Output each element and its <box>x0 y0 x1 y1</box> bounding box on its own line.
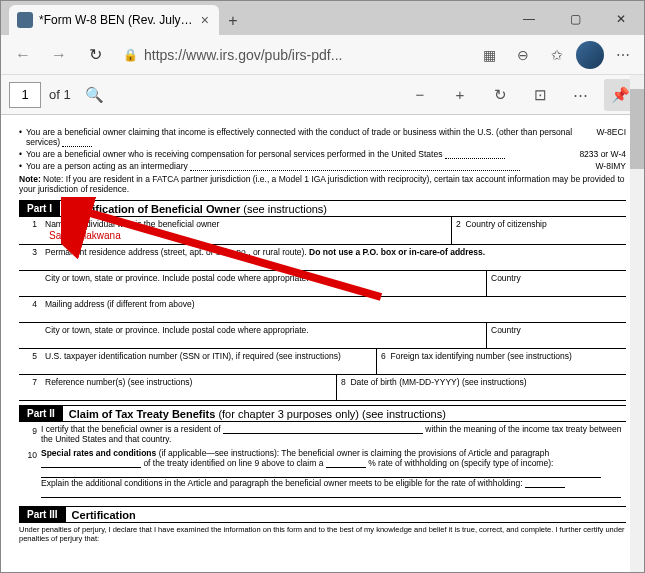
url-field[interactable]: 🔒 https://www.irs.gov/pub/irs-pdf... <box>115 47 470 63</box>
new-tab-button[interactable]: + <box>219 7 247 35</box>
pdf-toolbar: of 1 🔍 − + ↻ ⊡ ⋯ 📌 <box>1 75 644 115</box>
profile-avatar[interactable] <box>576 41 604 69</box>
bullet-row: You are a beneficial owner who is receiv… <box>19 149 626 159</box>
address-bar: ← → ↻ 🔒 https://www.irs.gov/pub/irs-pdf.… <box>1 35 644 75</box>
search-icon[interactable]: 🔍 <box>79 79 111 111</box>
refresh-button[interactable]: ↻ <box>79 39 111 71</box>
part3-header: Part III Certification <box>19 506 626 523</box>
forward-button: → <box>43 39 75 71</box>
favorites-icon[interactable]: ✩ <box>542 40 572 70</box>
tab-title: *Form W-8 BEN (Rev. July 2017) <box>39 13 193 27</box>
line-10: 10 Special rates and conditions (if appl… <box>19 446 626 500</box>
qr-icon[interactable]: ▦ <box>474 40 504 70</box>
zoom-in-button[interactable]: + <box>444 79 476 111</box>
url-text: https://www.irs.gov/pub/irs-pdf... <box>144 47 342 63</box>
part2-header: Part II Claim of Tax Treaty Benefits (fo… <box>19 405 626 422</box>
bullet-row: You are a beneficial owner claiming that… <box>19 127 626 147</box>
field-3: 3 Permanent residence address (street, a… <box>19 245 626 271</box>
field-7-8: 7 Reference number(s) (see instructions)… <box>19 375 626 401</box>
minimize-button[interactable]: — <box>506 3 552 35</box>
page-number-input[interactable] <box>9 82 41 108</box>
zoom-out-button[interactable]: − <box>404 79 436 111</box>
field-3b: City or town, state or province. Include… <box>19 271 626 297</box>
name-value[interactable]: Samir Makwana <box>45 229 447 242</box>
lock-icon: 🔒 <box>123 48 138 62</box>
cert-text: Under penalties of perjury, I declare th… <box>19 525 626 543</box>
pdf-document[interactable]: You are a beneficial owner claiming that… <box>1 115 644 573</box>
zoom-out-icon[interactable]: ⊖ <box>508 40 538 70</box>
line-9: 9 I certify that the beneficial owner is… <box>19 422 626 446</box>
page-count: of 1 <box>49 87 71 102</box>
field-4: 4 Mailing address (if different from abo… <box>19 297 626 323</box>
scrollbar-thumb[interactable] <box>630 89 644 169</box>
close-window-button[interactable]: ✕ <box>598 3 644 35</box>
bullet-row: You are a person acting as an intermedia… <box>19 161 626 171</box>
maximize-button[interactable]: ▢ <box>552 3 598 35</box>
rotate-icon[interactable]: ↻ <box>484 79 516 111</box>
browser-tab[interactable]: *Form W-8 BEN (Rev. July 2017) × <box>9 5 219 35</box>
fit-icon[interactable]: ⊡ <box>524 79 556 111</box>
more-icon[interactable]: ⋯ <box>608 40 638 70</box>
close-tab-icon[interactable]: × <box>199 12 211 28</box>
field-1-2: 1 Name of individual who is the benefici… <box>19 217 626 245</box>
field-4b: City or town, state or province. Include… <box>19 323 626 349</box>
field-5-6: 5 U.S. taxpayer identification number (S… <box>19 349 626 375</box>
note-text: Note: Note: If you are resident in a FAT… <box>19 174 626 194</box>
part1-header: Part I Identification of Beneficial Owne… <box>19 200 626 217</box>
titlebar: *Form W-8 BEN (Rev. July 2017) × + — ▢ ✕ <box>1 1 644 35</box>
vertical-scrollbar[interactable] <box>630 75 644 572</box>
back-button[interactable]: ← <box>7 39 39 71</box>
pdf-more-icon[interactable]: ⋯ <box>564 79 596 111</box>
favicon-icon <box>17 12 33 28</box>
